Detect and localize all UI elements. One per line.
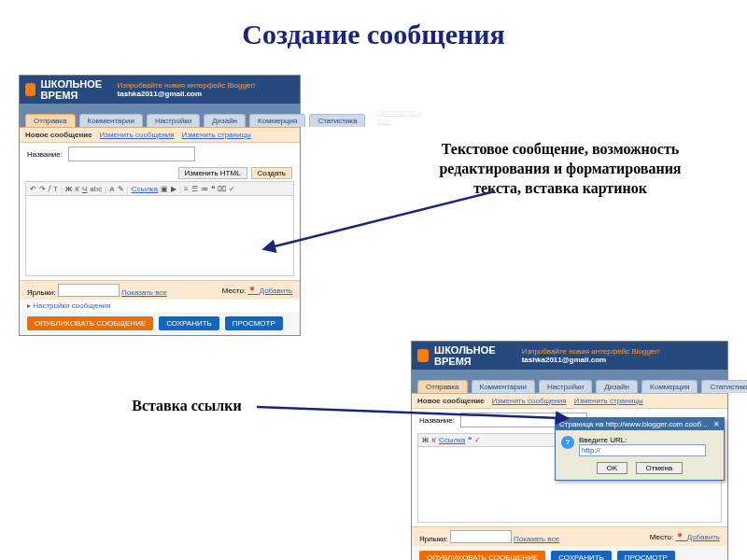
try-link-2[interactable]: Изпробвайте новия интерфейс Blogger!	[522, 347, 660, 356]
url-dialog: Страница на http://www.blogger.com сооб.…	[555, 417, 725, 481]
numlist-icon[interactable]: ≔	[201, 185, 208, 193]
title-input[interactable]	[68, 147, 195, 161]
toolbar: ↶ ↷ 𝑓 T | Ж К Ч abc | А ✎ | Ссылка ▣ ▶ |…	[25, 181, 294, 196]
blogger-logo-icon	[25, 83, 35, 96]
redo-icon[interactable]: ↷	[39, 185, 46, 193]
blogger-screenshot-1: ШКОЛЬНОЕ ВРЕМЯ Изпробвайте новия интерфе…	[19, 75, 301, 336]
bold-icon-2[interactable]: Ж	[422, 436, 429, 444]
blogger-screenshot-2: ШКОЛЬНОЕ ВРЕМЯ Изпробвайте новия интерфе…	[411, 341, 728, 560]
tab-comments-2[interactable]: Комментарии	[472, 380, 535, 393]
caption-right: Текстовое сообщение, возможность редакти…	[439, 140, 682, 198]
subtab-row-2: Новое сообщение Изменить сообщения Измен…	[412, 394, 727, 409]
undo-icon[interactable]: ↶	[30, 185, 36, 193]
subtab-new[interactable]: Новое сообщение	[25, 131, 92, 139]
font-icon[interactable]: 𝑓	[49, 184, 50, 193]
publish-button-2[interactable]: ОПУБЛИКОВАТЬ СООБЩЕНИЕ	[419, 551, 545, 560]
publish-button[interactable]: ОПУБЛИКОВАТЬ СООБЩЕНИЕ	[27, 316, 153, 330]
user-area-2: Изпробвайте новия интерфейс Blogger! tas…	[522, 347, 722, 364]
dialog-titlebar: Страница на http://www.blogger.com сооб.…	[556, 418, 724, 430]
show-all-link[interactable]: Показать все	[121, 288, 167, 297]
subtab-pages-2[interactable]: Изменить страницы	[574, 397, 643, 405]
quote-icon[interactable]: ❝	[211, 185, 215, 193]
tab-send-2[interactable]: Отправка	[417, 380, 468, 393]
add-location-link[interactable]: 📍 Добавить	[247, 287, 292, 295]
color-icon[interactable]: А	[109, 185, 114, 193]
tab-send[interactable]: Отправка	[25, 114, 76, 127]
tab-comments[interactable]: Комментарии	[79, 114, 143, 127]
image-icon[interactable]: ▣	[161, 185, 168, 193]
tab-row-2: Отправка Комментарии Настройки Дизайн Ко…	[412, 370, 727, 394]
blogger-brand-2: ШКОЛЬНОЕ ВРЕМЯ	[417, 344, 522, 367]
dialog-prompt: Введите URL:	[579, 436, 706, 444]
link-button-2[interactable]: Ссылка	[439, 436, 465, 444]
ok-button[interactable]: OK	[597, 462, 628, 474]
slide-title: Создание сообщения	[0, 19, 747, 50]
italic-icon[interactable]: К	[75, 185, 79, 193]
tags-input-2[interactable]	[450, 530, 512, 543]
editor-area-2[interactable]: Страница на http://www.blogger.com сооб.…	[417, 447, 722, 523]
subtab-edit-2[interactable]: Изменить сообщения	[492, 397, 567, 405]
preview-button[interactable]: ПРОСМОТР	[225, 316, 283, 330]
bottom-row: Ярлыки: Показать все Место: 📍 Добавить	[20, 280, 300, 300]
tab-stats-2[interactable]: Статистика	[701, 380, 747, 393]
video-icon[interactable]: ▶	[171, 185, 176, 193]
bottom-row-2: Ярлыки: Показать все Место: 📍 Добавить	[412, 526, 727, 546]
bold-icon[interactable]: Ж	[65, 185, 72, 193]
add-location-link-2[interactable]: 📍 Добавить	[675, 533, 720, 541]
title-label-2: Название:	[419, 416, 455, 425]
editor-area[interactable]	[25, 196, 294, 276]
title-row: Название:	[20, 143, 300, 165]
blogger-header: ШКОЛЬНОЕ ВРЕМЯ Изпробвайте новия интерфе…	[20, 76, 300, 104]
mode-row: Изменить HTML Создать	[20, 165, 300, 181]
tab-commerce-2[interactable]: Коммерция	[641, 380, 698, 393]
svg-line-0	[271, 191, 495, 247]
subtab-edit[interactable]: Изменить сообщения	[100, 131, 175, 139]
try-link[interactable]: Изпробвайте новия интерфейс Blogger!	[118, 81, 256, 90]
user-email: tashka2011@gmail.com	[118, 90, 203, 98]
tab-stats[interactable]: Статистика	[309, 114, 365, 127]
url-input[interactable]	[579, 444, 706, 456]
blogger-logo-icon-2	[417, 349, 429, 362]
size-icon[interactable]: T	[53, 185, 58, 193]
action-row: ОПУБЛИКОВАТЬ СООБЩЕНИЕ СОХРАНИТЬ ПРОСМОТ…	[20, 312, 300, 335]
quote-icon-2[interactable]: ❝	[468, 436, 472, 444]
subtab-new-2[interactable]: Новое сообщение	[417, 397, 485, 405]
caption-left: Вставка ссылки	[93, 397, 280, 416]
tab-commerce[interactable]: Коммерция	[249, 114, 305, 127]
close-button[interactable]: ✕	[713, 420, 720, 428]
mode-html[interactable]: Изменить HTML	[178, 167, 247, 179]
tags-input[interactable]	[58, 284, 120, 297]
post-settings-link[interactable]: ▸ Настройки сообщения	[20, 300, 300, 312]
cancel-button[interactable]: Отмена	[636, 462, 684, 474]
spell-icon-2[interactable]: ✓	[474, 436, 481, 444]
location-label: Место:	[222, 287, 246, 295]
list-icon[interactable]: ☰	[191, 185, 198, 193]
italic-icon-2[interactable]: К	[431, 436, 436, 444]
link-button[interactable]: Ссылка	[132, 185, 158, 193]
subtab-row: Новое сообщение Изменить сообщения Измен…	[20, 128, 300, 143]
tab-design[interactable]: Дизайн	[204, 114, 246, 127]
view-blog-link[interactable]: Просмотреть блог	[369, 106, 430, 127]
subtab-pages[interactable]: Изменить страницы	[182, 131, 251, 139]
align-icon[interactable]: ≡	[184, 185, 189, 193]
question-icon: ?	[561, 436, 574, 449]
save-button-2[interactable]: СОХРАНИТЬ	[551, 551, 612, 560]
clear-icon[interactable]: ⌧	[218, 185, 226, 193]
tab-design-2[interactable]: Дизайн	[596, 380, 638, 393]
mode-compose[interactable]: Создать	[251, 167, 292, 179]
tab-settings-2[interactable]: Настройки	[539, 380, 592, 393]
underline-icon[interactable]: Ч	[82, 185, 87, 193]
highlight-icon[interactable]: ✎	[118, 185, 124, 193]
blogger-header-2: ШКОЛЬНОЕ ВРЕМЯ Изпробвайте новия интерфе…	[412, 342, 727, 370]
user-email-2: tashka2011@gmail.com	[522, 356, 607, 364]
dialog-title: Страница на http://www.blogger.com сооб.…	[559, 420, 708, 428]
site-title: ШКОЛЬНОЕ ВРЕМЯ	[41, 78, 118, 101]
tab-settings[interactable]: Настройки	[147, 114, 200, 127]
show-all-link-2[interactable]: Показать все	[514, 535, 559, 543]
tags-label-2: Ярлыки:	[419, 535, 448, 543]
strike-icon[interactable]: abc	[90, 185, 102, 193]
tags-label: Ярлыки:	[27, 288, 56, 297]
preview-button-2[interactable]: ПРОСМОТР	[617, 551, 675, 560]
spell-icon[interactable]: ✓	[229, 185, 235, 193]
save-button[interactable]: СОХРАНИТЬ	[159, 316, 219, 330]
